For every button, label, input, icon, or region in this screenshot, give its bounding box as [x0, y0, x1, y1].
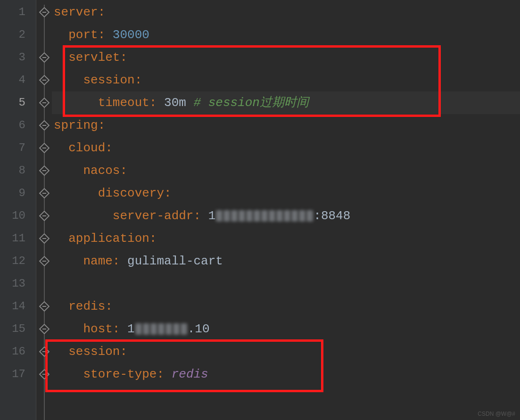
redacted-char — [276, 210, 283, 222]
code-line[interactable]: name: gulimall-cart — [52, 250, 520, 272]
token-string: 1 — [127, 322, 135, 336]
line-number: 3 — [0, 46, 36, 69]
fold-collapse-icon — [39, 7, 50, 18]
code-line[interactable]: store-type: redis — [52, 363, 520, 386]
line-number: 10 — [0, 205, 36, 227]
redacted-char — [143, 323, 149, 335]
fold-marker[interactable] — [36, 295, 52, 318]
code-line[interactable]: nacos: — [52, 159, 520, 182]
fold-marker[interactable] — [36, 137, 52, 159]
token-colon: : — [113, 322, 127, 336]
code-editor: 1234567891011121314151617 server: port: … — [0, 0, 520, 420]
redacted-char — [150, 323, 157, 335]
line-number: 14 — [0, 295, 36, 318]
code-area[interactable]: server: port: 30000 servlet: session: ti… — [52, 0, 520, 420]
token-key: cloud — [68, 141, 105, 155]
token-value-literal: redis — [172, 367, 208, 381]
fold-marker[interactable] — [36, 318, 52, 340]
line-number: 6 — [0, 114, 36, 137]
fold-marker[interactable] — [36, 340, 52, 363]
fold-marker[interactable] — [36, 1, 52, 24]
token-string: .10 — [188, 322, 210, 336]
code-line[interactable]: session: — [52, 340, 520, 363]
line-number: 13 — [0, 272, 36, 295]
redacted-char — [165, 323, 172, 335]
fold-collapse-icon — [39, 165, 50, 176]
code-line[interactable]: spring: — [52, 114, 520, 137]
fold-marker[interactable] — [36, 182, 52, 205]
redacted-char — [135, 323, 142, 335]
token-colon: : — [149, 96, 164, 110]
fold-marker — [36, 272, 52, 295]
code-line[interactable]: session: — [52, 69, 520, 91]
fold-marker[interactable] — [36, 91, 52, 114]
token-string: 1 — [208, 209, 216, 223]
token-colon: : — [120, 50, 127, 65]
token-key: server — [54, 5, 98, 19]
token-colon: : — [157, 367, 171, 381]
code-line[interactable]: timeout: 30m # session过期时间 — [52, 91, 520, 114]
token-colon: : — [193, 209, 208, 223]
line-number: 1 — [0, 1, 36, 24]
code-line[interactable]: application: — [52, 227, 520, 250]
fold-collapse-icon — [39, 98, 50, 108]
line-number: 16 — [0, 340, 36, 363]
code-line[interactable]: port: 30000 — [52, 24, 520, 46]
fold-column — [36, 0, 52, 420]
token-number: 30000 — [113, 28, 149, 42]
token-key: timeout — [98, 96, 149, 110]
fold-marker[interactable] — [36, 69, 52, 91]
line-number: 11 — [0, 227, 36, 250]
token-colon: : — [135, 73, 142, 87]
redacted-char — [269, 210, 275, 222]
token-colon: : — [98, 28, 113, 42]
token-colon: : — [105, 299, 113, 313]
code-line[interactable]: redis: — [52, 295, 520, 318]
token-key: application — [68, 231, 149, 246]
token-key: port — [68, 28, 98, 42]
redacted-char — [254, 210, 260, 222]
line-number: 15 — [0, 318, 36, 340]
fold-collapse-icon — [39, 52, 50, 63]
redacted-char — [299, 210, 305, 222]
code-line[interactable]: servlet: — [52, 46, 520, 69]
line-number: 4 — [0, 69, 36, 91]
redacted-char — [173, 323, 180, 335]
fold-marker[interactable] — [36, 159, 52, 182]
fold-marker[interactable] — [36, 363, 52, 386]
fold-marker[interactable] — [36, 250, 52, 272]
line-number: 5 — [0, 91, 36, 114]
redacted-char — [291, 210, 298, 222]
fold-collapse-icon — [39, 188, 50, 199]
fold-marker[interactable] — [36, 205, 52, 227]
fold-marker — [36, 24, 52, 46]
line-number: 2 — [0, 24, 36, 46]
token-colon: : — [113, 254, 127, 268]
redacted-char — [216, 210, 223, 222]
redacted-char — [223, 210, 230, 222]
fold-marker[interactable] — [36, 46, 52, 69]
fold-marker[interactable] — [36, 114, 52, 137]
watermark-text: CSDN @W@# — [478, 411, 515, 417]
redacted-char — [306, 210, 313, 222]
fold-marker[interactable] — [36, 227, 52, 250]
fold-collapse-icon — [39, 143, 50, 154]
fold-collapse-icon — [39, 324, 50, 335]
code-line[interactable] — [52, 272, 520, 295]
token-key: session — [68, 345, 120, 359]
code-line[interactable]: host: 1.10 — [52, 318, 520, 340]
token-key: discovery — [98, 186, 164, 200]
redacted-char — [261, 210, 268, 222]
line-number: 7 — [0, 137, 36, 159]
code-line[interactable]: server-addr: 1:8848 — [52, 205, 520, 227]
token-key: session — [83, 73, 134, 87]
redacted-char — [239, 210, 245, 222]
code-line[interactable]: server: — [52, 1, 520, 24]
token-colon: : — [98, 118, 106, 132]
token-colon: : — [105, 141, 113, 155]
token-string: gulimall-cart — [127, 254, 223, 268]
code-line[interactable]: discovery: — [52, 182, 520, 205]
fold-collapse-icon — [39, 346, 50, 357]
line-number: 17 — [0, 363, 36, 386]
code-line[interactable]: cloud: — [52, 137, 520, 159]
